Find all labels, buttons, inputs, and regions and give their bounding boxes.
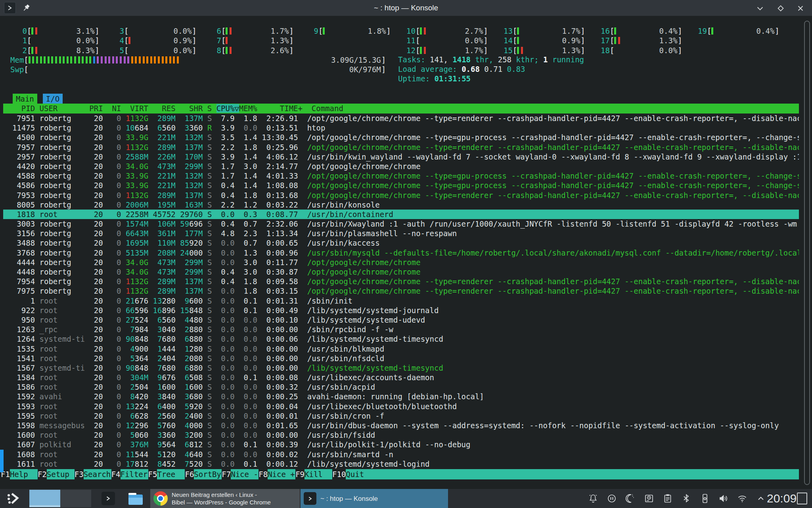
fkey-action-nice--[interactable]: Nice - (231, 469, 259, 479)
fkey-action-quit[interactable]: Quit (346, 469, 373, 479)
tab-main[interactable]: Main (13, 94, 37, 104)
fkey-f10: F10 (332, 469, 346, 479)
process-row[interactable]: 950 root 20 0 27524 6560 4480 S 0.0 0.0 … (3, 315, 799, 325)
fkey-action-help[interactable]: Help (10, 469, 38, 479)
cpu-meter-5: 5[0.0%] (115, 46, 197, 55)
process-row[interactable]: 1607 polkitd 20 0 376M 9564 6812 S 0.0 0… (3, 440, 799, 449)
process-row[interactable]: 1567 systemd-ti 20 0 90848 7680 6880 S 0… (3, 363, 799, 373)
fkey-action-kill[interactable]: Kill (304, 469, 332, 479)
desktop-2[interactable] (60, 490, 91, 507)
process-row[interactable]: 922 root 20 0 66596 16896 15848 S 0.0 0.… (3, 306, 799, 315)
expand-tray-chevron-icon[interactable] (755, 493, 766, 504)
process-row[interactable]: 1818 root 20 0 2258M 45752 29760 S 0.0 0… (3, 210, 799, 219)
process-row[interactable]: 1584 root 20 0 304M 9676 6508 S 0.0 0.1 … (3, 373, 799, 382)
digital-clock[interactable]: 20:09 (767, 489, 797, 508)
fkey-f9: F9 (295, 469, 304, 479)
process-row[interactable]: 3003 robertg 20 0 1574M 106M 59696 S 0.4… (3, 219, 799, 229)
fkey-action-filter[interactable]: Filter (121, 469, 148, 479)
fkey-f4: F4 (111, 469, 121, 479)
process-row[interactable]: 7951 robertg 20 0 1132G 289M 137M S 7.9 … (3, 114, 799, 123)
taskbar-task-chrome[interactable]: Neuen Beitrag erstellen ‹ Linux - Bibel … (150, 489, 300, 508)
process-row[interactable]: 1541 root 20 0 5364 2404 2080 S 0.0 0.0 … (3, 354, 799, 363)
tasks-summary: Tasks: 141, 1418 thr, 258 kthr; 1 runnin… (398, 55, 584, 64)
close-button[interactable] (795, 3, 806, 13)
maximize-button[interactable] (776, 3, 786, 13)
process-row[interactable]: 1 root 20 0 21676 13280 9600 S 0.0 0.1 0… (3, 296, 799, 306)
tab-io[interactable]: I/O (43, 94, 63, 104)
process-row[interactable]: 2957 robertg 20 0 2588M 226M 170M S 3.9 … (3, 152, 799, 162)
process-row[interactable]: 1595 root 20 0 6628 2560 2400 S 0.0 0.0 … (3, 411, 799, 421)
wifi-icon[interactable] (737, 493, 747, 504)
fkey-action-setup[interactable]: Setup (47, 469, 75, 479)
process-row[interactable]: 7954 robertg 20 0 1132G 289M 137M S 0.4 … (3, 277, 799, 286)
volume-icon[interactable] (718, 493, 729, 504)
fkey-action-sortby[interactable]: SortBy (194, 469, 222, 479)
process-table-header[interactable]: PID USER PRI NI VIRT RES SHR S CPU%▽MEM%… (3, 104, 799, 114)
cpu-meter-10: 10[2.7%] (406, 26, 488, 36)
process-row[interactable]: 1593 root 20 0 13224 6400 5920 S 0.0 0.0… (3, 402, 799, 411)
process-row[interactable]: 7953 robertg 20 0 1132G 289M 137M S 0.4 … (3, 190, 799, 200)
process-row[interactable]: 3488 robertg 20 0 1695M 110M 85920 S 0.0… (3, 238, 799, 248)
process-row[interactable]: 4588 robertg 20 0 33.9G 221M 132M S 1.7 … (3, 171, 799, 181)
process-row[interactable]: 1598 messagebus 20 0 12296 5760 4000 S 0… (3, 421, 799, 430)
pinned-konsole-launcher[interactable] (102, 492, 115, 505)
pin-icon[interactable] (21, 2, 32, 13)
terminal-htop[interactable]: 0[3.1%] 1[0.0%] 2[8.3%] 3[0.0%] 4[0.9%] … (0, 16, 812, 489)
process-table: 7951 robertg 20 0 1132G 289M 137M S 7.9 … (3, 114, 799, 469)
cpu-meter-6: 6[1.7%] (212, 26, 294, 36)
fkey-action-tree[interactable]: Tree (157, 469, 185, 479)
cpu-meter-18: 18[0.0%] (601, 46, 682, 55)
scroll-output-marker (0, 450, 4, 472)
bluetooth-icon[interactable] (681, 493, 691, 504)
folder-icon (128, 492, 144, 506)
process-row[interactable]: 7975 robertg 20 0 1132G 289M 137M S 0.0 … (3, 286, 799, 296)
cpu-meter-1: 1[0.0%] (18, 36, 100, 45)
app-launcher-button[interactable] (4, 489, 23, 508)
cpu-meter-15: 15[1.3%] (504, 46, 585, 55)
terminal-scrollbar[interactable] (804, 21, 810, 485)
process-row[interactable]: 1535 root 20 0 4900 1444 1280 S 0.0 0.0 … (3, 344, 799, 354)
night-color-icon[interactable] (625, 493, 636, 504)
process-row[interactable]: 7957 robertg 20 0 1132G 289M 137M S 2.2 … (3, 142, 799, 152)
process-row[interactable]: 11475 robertg 20 0 10684 6560 3360 R 3.9… (3, 123, 799, 133)
process-row[interactable]: 1264 systemd-ti 20 0 90848 7680 6880 S 0… (3, 334, 799, 344)
process-row[interactable]: 1586 root 20 0 2504 1600 1600 S 0.0 0.0 … (3, 382, 799, 392)
process-row[interactable]: 1611 root 20 0 17812 8452 7520 S 0.0 0.1… (3, 459, 799, 469)
process-row[interactable]: 8005 robertg 20 0 2006M 195M 163M S 2.2 … (3, 200, 799, 210)
window-titlebar[interactable]: ~ : htop — Konsole (0, 0, 812, 16)
process-row[interactable]: 1592 avahi 20 0 8420 3840 3680 S 0.0 0.0… (3, 392, 799, 401)
cpu-meter-9: 9[1.8%] (309, 26, 391, 36)
konsole-app-icon[interactable] (4, 2, 16, 14)
process-row[interactable]: 4586 robertg 20 0 33.9G 221M 132M S 0.4 … (3, 181, 799, 190)
chrome-icon (153, 491, 168, 506)
kdeconnect-icon[interactable] (699, 493, 710, 504)
virtual-desktop-pager[interactable] (29, 490, 92, 507)
process-row[interactable]: 3156 robertg 20 0 6643M 361M 177M S 4.8 … (3, 229, 799, 238)
clipboard-icon[interactable] (662, 493, 673, 504)
process-row[interactable]: 4500 robertg 20 0 33.9G 221M 132M S 3.5 … (3, 133, 799, 142)
fkey-action-nice-+[interactable]: Nice + (268, 469, 295, 479)
notifications-icon[interactable] (588, 493, 598, 504)
file-manager-launcher[interactable] (128, 492, 144, 507)
fkey-f3: F3 (75, 469, 84, 479)
process-row[interactable]: 1263 _rpc 20 0 7984 3040 2880 S 0.0 0.0 … (3, 325, 799, 334)
cpu-meter-3: 3[0.0%] (115, 26, 197, 36)
taskbar-task-konsole[interactable]: ~ : htop — Konsole (301, 489, 448, 508)
cpu-meter-19: 19[0.4%] (698, 26, 779, 36)
process-row[interactable]: 4444 robertg 20 0 34.0G 473M 299M S 0.0 … (3, 258, 799, 267)
launcher-icon (6, 491, 21, 506)
process-row[interactable]: 3768 robertg 20 0 5135M 208M 24000 S 0.0… (3, 248, 799, 258)
fnbar-fill (373, 469, 799, 479)
process-row[interactable]: 1600 root 20 0 5060 3360 3200 S 0.0 0.0 … (3, 430, 799, 440)
process-row[interactable]: 4420 robertg 20 0 34.0G 473M 299M S 1.7 … (3, 162, 799, 171)
peek-desktop-widget[interactable] (797, 493, 807, 504)
desktop-1-active[interactable] (29, 490, 60, 507)
media-playback-icon[interactable] (606, 493, 617, 504)
minimize-button[interactable] (755, 3, 765, 13)
cpu-meter-8: 8[2.6%] (212, 46, 294, 55)
process-row[interactable]: 1608 root 20 0 11544 5120 4640 S 0.0 0.0… (3, 450, 799, 459)
process-row[interactable]: 4448 robertg 20 0 34.0G 473M 299M S 0.4 … (3, 267, 799, 277)
chrome-task-title-line2: Bibel — WordPress - Google Chrome (172, 498, 271, 506)
fkey-action-search[interactable]: Search (84, 469, 111, 479)
disk-devices-icon[interactable] (643, 493, 654, 504)
